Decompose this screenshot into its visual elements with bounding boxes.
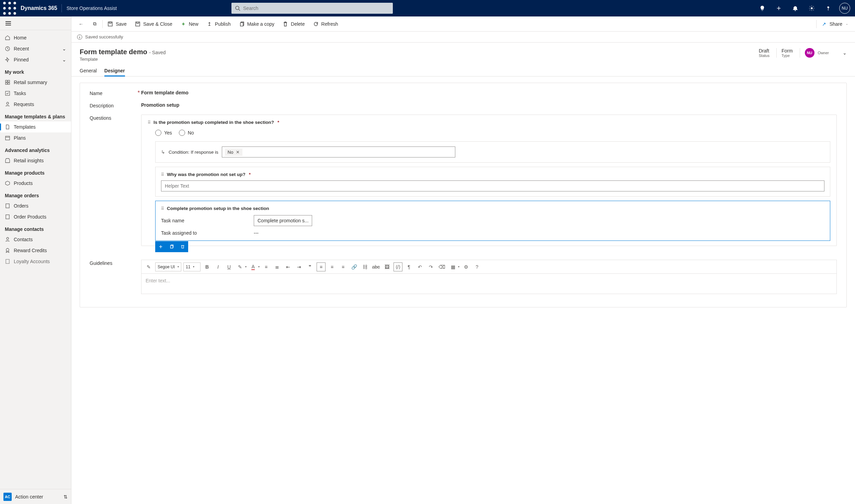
nav-recent[interactable]: Recent ⌄ [0, 43, 71, 54]
divider [816, 20, 817, 28]
owner-field[interactable]: NU Owner [800, 48, 829, 58]
underline-icon[interactable]: U [225, 262, 233, 271]
rich-text-editor[interactable]: Enter text... [141, 273, 837, 294]
table-icon[interactable]: ▦ [448, 262, 457, 271]
task-assigned-value[interactable]: --- [254, 230, 259, 236]
condition-chip[interactable]: No✕ [225, 149, 243, 156]
remove-chip-icon[interactable]: ✕ [236, 150, 240, 155]
save-button[interactable]: Save [103, 16, 131, 32]
highlight-icon[interactable]: ✎ [236, 262, 244, 271]
new-button[interactable]: ＋New [176, 16, 203, 32]
clear-format-icon[interactable]: ⌫ [437, 262, 446, 271]
refresh-button[interactable]: Refresh [309, 16, 342, 32]
gear-icon[interactable] [804, 0, 819, 16]
nav-label: Templates [14, 124, 36, 130]
nav-retail-insights[interactable]: Retail insights [0, 155, 71, 166]
app-name[interactable]: Store Operations Assist [62, 5, 122, 11]
nav-reward-credits[interactable]: Reward Credits [0, 245, 71, 256]
refresh-icon [313, 21, 319, 27]
quote-icon[interactable]: ❞ [306, 262, 315, 271]
drag-handle-icon[interactable]: ⠿ [148, 120, 150, 125]
image-icon[interactable]: 🖼 [383, 262, 391, 271]
help-icon[interactable]: ? [472, 262, 481, 271]
option-yes[interactable]: Yes [155, 130, 172, 136]
user-avatar[interactable]: NU [837, 0, 852, 16]
back-icon: ← [78, 21, 84, 27]
copy-action-button[interactable] [166, 241, 177, 252]
condition-select[interactable]: No✕ [222, 146, 455, 157]
description-value[interactable]: Promotion setup [141, 102, 179, 108]
nav-label: Order Products [14, 214, 46, 220]
publish-button[interactable]: ↥Publish [203, 16, 235, 32]
app-launcher-icon[interactable] [3, 0, 16, 16]
home-icon [5, 35, 10, 40]
strike-icon[interactable]: abc [372, 262, 380, 271]
tab-general[interactable]: General [80, 65, 97, 76]
help-icon[interactable] [821, 0, 836, 16]
font-select[interactable]: Segoe UI▾ [155, 262, 181, 271]
nav-home[interactable]: Home [0, 32, 71, 43]
helper-text-input[interactable] [161, 180, 824, 191]
nav-retail-summary[interactable]: Retail summary [0, 77, 71, 88]
format-painter-icon[interactable]: ✎ [144, 262, 153, 271]
nav-products[interactable]: Products [0, 178, 71, 189]
number-list-icon[interactable]: ≣ [273, 262, 282, 271]
nav-pinned[interactable]: Pinned ⌄ [0, 54, 71, 65]
italic-icon[interactable]: I [214, 262, 223, 271]
outdent-icon[interactable]: ⇤ [284, 262, 293, 271]
required-indicator: * [277, 120, 279, 125]
nav-loyalty-accounts[interactable]: Loyalty Accounts [0, 256, 71, 267]
save-close-button[interactable]: Save & Close [131, 16, 176, 32]
nav-templates[interactable]: Templates [0, 121, 71, 132]
nav-toggle-icon[interactable] [5, 21, 11, 25]
settings-icon[interactable]: ⚙ [461, 262, 470, 271]
search-input[interactable] [243, 5, 389, 11]
font-size-select[interactable]: 11▾ [183, 262, 201, 271]
back-button[interactable]: ← [74, 16, 88, 32]
align-right-icon[interactable]: ≡ [339, 262, 347, 271]
open-new-window-button[interactable]: ⧉ [88, 16, 102, 32]
bell-icon[interactable] [788, 0, 803, 16]
name-value[interactable]: Form template demo [141, 90, 189, 95]
status-field[interactable]: Draft Status [759, 48, 770, 58]
ltr-icon[interactable]: ¶ [404, 262, 413, 271]
add-icon[interactable] [771, 0, 786, 16]
question-header[interactable]: ⠿ Is the promotion setup completed in th… [148, 120, 830, 125]
align-center-icon[interactable]: ≡ [328, 262, 337, 271]
nav-plans[interactable]: Plans [0, 132, 71, 143]
unlink-icon[interactable]: ⛓ [361, 262, 369, 271]
nav-contacts[interactable]: Contacts [0, 234, 71, 245]
make-copy-button[interactable]: Make a copy [235, 16, 278, 32]
share-button[interactable]: ↗Share⌄ [817, 16, 852, 32]
delete-button[interactable]: Delete [278, 16, 309, 32]
nav-order-products[interactable]: Order Products [0, 211, 71, 222]
undo-icon[interactable]: ↶ [415, 262, 424, 271]
task-block[interactable]: ⠿ Complete promotion setup in the shoe s… [155, 201, 830, 241]
page-icon [5, 259, 10, 264]
option-no[interactable]: No [179, 130, 194, 136]
bullet-list-icon[interactable]: ≡ [262, 262, 271, 271]
nav-requests[interactable]: Requests [0, 99, 71, 110]
bold-icon[interactable]: B [203, 262, 212, 271]
code-icon[interactable]: ⟨/⟩ [394, 262, 402, 271]
svg-point-3 [3, 7, 6, 10]
nav-tasks[interactable]: Tasks [0, 88, 71, 99]
delete-action-button[interactable] [177, 241, 188, 252]
font-color-icon[interactable]: A [249, 262, 258, 271]
nav-orders[interactable]: Orders [0, 200, 71, 211]
area-switcher[interactable]: AC Action center ⇅ [0, 489, 71, 504]
type-field[interactable]: Form Type [776, 48, 793, 58]
indent-icon[interactable]: ⇥ [295, 262, 304, 271]
global-search[interactable] [231, 3, 393, 14]
lightbulb-icon[interactable] [755, 0, 770, 16]
link-icon[interactable]: 🔗 [350, 262, 358, 271]
sub-question-header[interactable]: ⠿ Why was the promotion not set up? * [161, 172, 824, 177]
drag-handle-icon[interactable]: ⠿ [161, 206, 163, 211]
chevron-down-icon[interactable]: ⌄ [843, 50, 847, 56]
align-left-icon[interactable]: ≡ [317, 262, 326, 271]
add-action-button[interactable] [155, 241, 166, 252]
redo-icon[interactable]: ↷ [426, 262, 435, 271]
task-name-input[interactable]: Complete promotion s... [254, 215, 312, 226]
drag-handle-icon[interactable]: ⠿ [161, 172, 163, 177]
tab-designer[interactable]: Designer [104, 65, 125, 76]
